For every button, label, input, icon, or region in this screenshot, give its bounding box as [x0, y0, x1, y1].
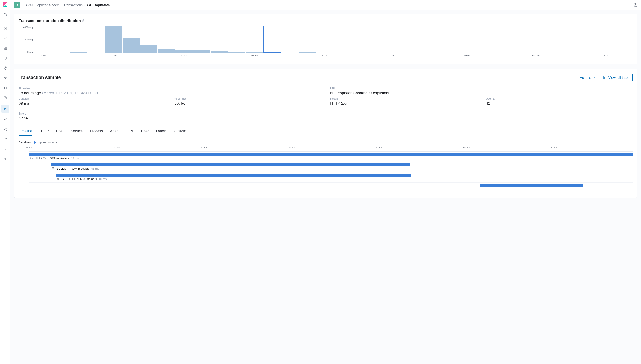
- chart-bar[interactable]: [334, 53, 351, 53]
- timeline-tick: 30 ms: [288, 146, 295, 149]
- database-icon: [52, 167, 55, 170]
- content: Transactions duration distribution ? 400…: [10, 10, 641, 364]
- ml-icon[interactable]: [3, 76, 8, 80]
- waterfall-row[interactable]: SELECT FROM products41 ms: [29, 162, 633, 172]
- chart-bar[interactable]: [246, 52, 263, 53]
- chart-bar[interactable]: [193, 50, 210, 53]
- waterfall-row[interactable]: HTTP 2xxGET /api/stats69 ms: [29, 152, 633, 162]
- svg-rect-2: [4, 47, 5, 48]
- help-menu-icon[interactable]: [633, 3, 637, 7]
- infrastructure-icon[interactable]: [3, 86, 8, 90]
- chart-bar[interactable]: [457, 53, 474, 53]
- tab-agent[interactable]: Agent: [110, 127, 120, 136]
- space-letter: D: [16, 3, 18, 7]
- chart-bar[interactable]: [598, 53, 615, 53]
- chart-xaxis-tick: 20 ms: [110, 54, 117, 57]
- chart-bar[interactable]: [123, 38, 140, 53]
- waterfall-bar: [29, 153, 633, 156]
- tab-service[interactable]: Service: [71, 127, 83, 136]
- span-result: HTTP 2xx: [35, 156, 48, 160]
- sample-title: Transaction sample: [19, 75, 61, 80]
- chart-xaxis-tick: 60 ms: [251, 54, 258, 57]
- tab-url[interactable]: URL: [127, 127, 134, 136]
- apm-icon[interactable]: [1, 104, 9, 113]
- tab-process[interactable]: Process: [90, 127, 103, 136]
- left-rail: [0, 0, 10, 364]
- svg-rect-6: [4, 57, 7, 59]
- field-errors: Errors None: [19, 112, 633, 120]
- tab-labels[interactable]: Labels: [156, 127, 166, 136]
- uptime-icon[interactable]: [3, 117, 8, 122]
- tab-custom[interactable]: Custom: [174, 127, 186, 136]
- management-icon[interactable]: [3, 157, 8, 161]
- sample-panel: Transaction sample Actions View full tra…: [14, 69, 637, 198]
- chart-bar[interactable]: [387, 53, 404, 53]
- chart-bar[interactable]: [316, 53, 334, 53]
- field-url: URL http://opbeans-node:3000/api/stats: [330, 87, 633, 96]
- chart-yaxis: 4000 req. 2000 req. 0 req.: [19, 26, 34, 53]
- field-duration: Duration 69 ms: [19, 97, 165, 106]
- svg-rect-4: [4, 48, 5, 50]
- tab-user[interactable]: User: [141, 127, 149, 136]
- chart-bar[interactable]: [210, 51, 228, 53]
- chart-xaxis-tick: 140 ms: [532, 54, 540, 57]
- chart-bar[interactable]: [281, 53, 298, 53]
- chart-bar[interactable]: [352, 53, 369, 53]
- help-icon[interactable]: ?: [82, 19, 85, 22]
- chart-bar[interactable]: [140, 45, 157, 53]
- discover-icon[interactable]: [3, 26, 8, 31]
- graph-icon[interactable]: [3, 127, 8, 132]
- chart-bar[interactable]: [263, 26, 281, 53]
- chart-bar[interactable]: [228, 52, 245, 53]
- span-duration: 40 ms: [99, 177, 107, 181]
- transaction-icon: [30, 157, 33, 160]
- chart-bar[interactable]: [369, 53, 386, 53]
- chart-bar[interactable]: [70, 52, 87, 53]
- devtools-icon[interactable]: [3, 137, 8, 142]
- dashboard-icon[interactable]: [3, 46, 8, 50]
- breadcrumb-app[interactable]: APM: [26, 3, 33, 7]
- span-name: SELECT FROM customers: [62, 177, 97, 181]
- services-legend: Services opbeans-node: [19, 140, 633, 144]
- chart-bar[interactable]: [299, 52, 316, 53]
- visualize-icon[interactable]: [3, 36, 8, 41]
- svg-point-1: [4, 27, 7, 30]
- waterfall-bar: [480, 184, 583, 187]
- maps-icon[interactable]: [3, 66, 8, 70]
- chart-bar[interactable]: [158, 48, 175, 53]
- rail-divider: [2, 22, 8, 22]
- breadcrumb-section[interactable]: Transactions: [64, 3, 83, 7]
- timeline-tick: 60 ms: [550, 146, 557, 149]
- service-dot-icon: [34, 141, 36, 144]
- logs-icon[interactable]: [3, 96, 8, 100]
- view-full-trace-button[interactable]: View full trace: [599, 74, 633, 82]
- field-user-id: User ID 42: [486, 97, 633, 106]
- tab-timeline[interactable]: Timeline: [19, 127, 32, 136]
- waterfall-row[interactable]: SELECT FROM customers40 ms: [29, 172, 633, 183]
- timeline-tick: 50 ms: [463, 146, 470, 149]
- kibana-logo-icon[interactable]: [3, 2, 8, 7]
- chart-xaxis-tick: 160 ms: [602, 54, 610, 57]
- chart-plot: [35, 26, 633, 53]
- field-timestamp: Timestamp 18 hours ago (March 12th 2019,…: [19, 87, 321, 96]
- svg-point-19: [5, 158, 6, 160]
- chart-xaxis-tick: 100 ms: [391, 54, 399, 57]
- chart-xaxis-tick: 40 ms: [181, 54, 187, 57]
- space-selector[interactable]: D: [14, 2, 20, 8]
- topbar-divider: [23, 2, 23, 8]
- chart-xaxis-tick: 80 ms: [321, 54, 328, 57]
- span-duration: 69 ms: [71, 156, 79, 160]
- chart-bar[interactable]: [105, 26, 122, 53]
- actions-dropdown[interactable]: Actions: [580, 76, 595, 80]
- tab-http[interactable]: HTTP: [39, 127, 49, 136]
- svg-point-17: [6, 128, 7, 129]
- waterfall-row[interactable]: [29, 183, 633, 193]
- svg-point-23: [52, 168, 54, 168]
- tab-host[interactable]: Host: [56, 127, 64, 136]
- canvas-icon[interactable]: [3, 56, 8, 60]
- breadcrumb-service[interactable]: opbeans-node: [37, 3, 59, 7]
- chart-bar[interactable]: [175, 50, 192, 53]
- recent-icon[interactable]: [3, 12, 8, 17]
- monitoring-icon[interactable]: [3, 147, 8, 152]
- distribution-chart[interactable]: 4000 req. 2000 req. 0 req. 0 ms20 ms40 m…: [19, 26, 633, 60]
